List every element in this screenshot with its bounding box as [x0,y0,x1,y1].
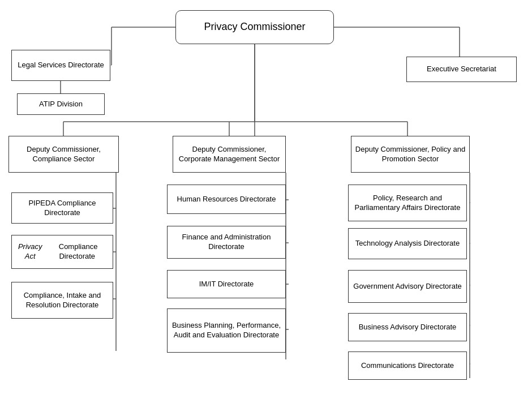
legal-services-label: Legal Services Directorate [18,61,104,70]
privacy-act-label: Privacy Act [15,242,45,261]
privacy-commissioner-box: Privacy Commissioner [175,10,334,44]
deputy-compliance-label: Deputy Commissioner, Compliance Sector [12,145,115,164]
privacy-commissioner-label: Privacy Commissioner [204,20,305,33]
im-it-box: IM/IT Directorate [167,270,286,298]
tech-analysis-label: Technology Analysis Directorate [355,239,460,248]
tech-analysis-box: Technology Analysis Directorate [348,228,467,259]
privacy-act-box: Privacy Act Compliance Directorate [11,235,113,269]
pipeda-box: PIPEDA Compliance Directorate [11,192,113,224]
human-resources-label: Human Resources Directorate [177,195,276,204]
atip-division-label: ATIP Division [39,100,83,109]
business-planning-label: Business Planning, Performance, Audit an… [171,321,282,340]
business-advisory-label: Business Advisory Directorate [359,323,457,332]
business-advisory-box: Business Advisory Directorate [348,313,467,341]
finance-admin-label: Finance and Administration Directorate [171,233,282,252]
human-resources-box: Human Resources Directorate [167,185,286,214]
business-planning-box: Business Planning, Performance, Audit an… [167,308,286,353]
compliance-intake-label: Compliance, Intake and Resolution Direct… [15,291,109,310]
legal-services-box: Legal Services Directorate [11,50,110,81]
gov-advisory-label: Government Advisory Directorate [353,282,461,291]
policy-research-box: Policy, Research and Parliamentary Affai… [348,185,467,221]
executive-secretariat-label: Executive Secretariat [427,65,496,74]
deputy-corporate-box: Deputy Commissioner, Corporate Managemen… [173,136,286,173]
policy-research-label: Policy, Research and Parliamentary Affai… [352,194,463,213]
im-it-label: IM/IT Directorate [199,280,254,289]
executive-secretariat-box: Executive Secretariat [406,57,517,82]
org-chart: Privacy Commissioner Legal Services Dire… [0,0,532,403]
communications-box: Communications Directorate [348,351,467,380]
finance-admin-box: Finance and Administration Directorate [167,226,286,259]
deputy-compliance-box: Deputy Commissioner, Compliance Sector [8,136,119,173]
gov-advisory-box: Government Advisory Directorate [348,270,467,303]
deputy-corporate-label: Deputy Commissioner, Corporate Managemen… [177,145,282,164]
deputy-policy-box: Deputy Commissioner, Policy and Promotio… [351,136,470,173]
pipeda-label: PIPEDA Compliance Directorate [15,199,109,218]
communications-label: Communications Directorate [361,361,454,371]
privacy-act-label2: Compliance Directorate [45,242,109,261]
atip-division-box: ATIP Division [17,93,105,115]
compliance-intake-box: Compliance, Intake and Resolution Direct… [11,282,113,319]
deputy-policy-label: Deputy Commissioner, Policy and Promotio… [355,145,466,164]
